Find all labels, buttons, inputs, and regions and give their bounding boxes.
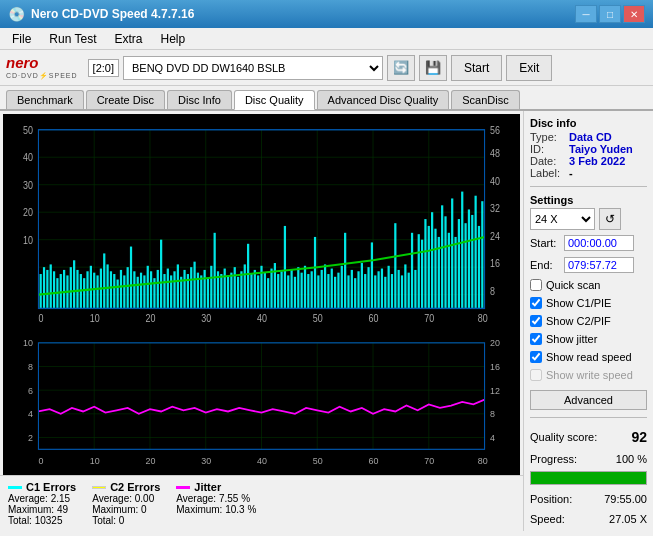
svg-text:8: 8: [28, 362, 33, 372]
disc-type-label: Type:: [530, 131, 565, 143]
start-label: Start:: [530, 237, 560, 249]
show-c2pif-row: Show C2/PIF: [530, 315, 647, 327]
svg-text:30: 30: [23, 179, 33, 191]
window-title: Nero CD-DVD Speed 4.7.7.16: [31, 7, 194, 21]
c2-legend: C2 Errors Average: 0.00 Maximum: 0 Total…: [92, 481, 160, 526]
svg-rect-76: [177, 264, 179, 308]
menu-help[interactable]: Help: [153, 30, 194, 48]
disc-info-title: Disc info: [530, 117, 647, 129]
disc-type-value: Data CD: [569, 131, 612, 143]
svg-rect-110: [290, 270, 292, 308]
show-c2pif-label: Show C2/PIF: [546, 315, 611, 327]
svg-rect-42: [63, 270, 65, 308]
svg-rect-96: [244, 264, 246, 308]
tab-scan-disc[interactable]: ScanDisc: [451, 90, 519, 109]
svg-rect-144: [404, 264, 406, 308]
svg-rect-165: [475, 196, 477, 309]
svg-rect-97: [247, 244, 249, 309]
disc-id-label: ID:: [530, 143, 565, 155]
c1-total-label: Total:: [8, 515, 32, 526]
svg-rect-116: [311, 271, 313, 308]
show-c1pie-checkbox[interactable]: [530, 297, 542, 309]
show-c1pie-label: Show C1/PIE: [546, 297, 611, 309]
svg-text:0: 0: [38, 312, 43, 324]
show-c2pif-checkbox[interactable]: [530, 315, 542, 327]
svg-rect-44: [70, 267, 72, 308]
tab-disc-quality[interactable]: Disc Quality: [234, 90, 315, 110]
tab-disc-info[interactable]: Disc Info: [167, 90, 232, 109]
close-button[interactable]: ✕: [623, 5, 645, 23]
start-button[interactable]: Start: [451, 55, 502, 81]
svg-rect-155: [441, 205, 443, 308]
jitter-chart-svg: 10 8 6 4 2 20 16 12 8 4 0 10 20 30 40: [5, 331, 518, 473]
tab-benchmark[interactable]: Benchmark: [6, 90, 84, 109]
c2-color-swatch: [92, 486, 106, 489]
c2-stats: Average: 0.00 Maximum: 0 Total: 0: [92, 493, 160, 526]
svg-rect-56: [110, 271, 112, 308]
svg-rect-59: [120, 270, 122, 308]
jitter-label: Jitter: [194, 481, 221, 493]
menu-run-test[interactable]: Run Test: [41, 30, 104, 48]
charts-section: 50 40 30 20 10 56 48 40 32 24 16 8 0 10: [0, 111, 523, 531]
svg-rect-98: [250, 274, 252, 308]
svg-rect-125: [341, 266, 343, 309]
svg-rect-117: [314, 237, 316, 308]
svg-rect-87: [214, 233, 216, 309]
svg-rect-92: [230, 273, 232, 309]
svg-rect-84: [204, 270, 206, 308]
c1-legend: C1 Errors Average: 2.15 Maximum: 49 Tota…: [8, 481, 76, 526]
show-read-speed-checkbox[interactable]: [530, 351, 542, 363]
exit-button[interactable]: Exit: [506, 55, 552, 81]
c1-max-value: 49: [57, 504, 68, 515]
svg-rect-133: [367, 267, 369, 308]
svg-rect-115: [307, 274, 309, 308]
svg-rect-159: [454, 237, 456, 308]
show-write-speed-checkbox[interactable]: [530, 369, 542, 381]
minimize-button[interactable]: ─: [575, 5, 597, 23]
svg-rect-106: [277, 274, 279, 308]
svg-rect-167: [481, 201, 483, 308]
c1-color-swatch: [8, 486, 22, 489]
speed-refresh-button[interactable]: ↺: [599, 208, 621, 230]
speed-select[interactable]: 4 X8 X16 X24 X32 X40 X48 XMax: [530, 208, 595, 230]
svg-rect-111: [294, 277, 296, 309]
c2-avg-label: Average:: [92, 493, 132, 504]
svg-rect-39: [53, 271, 55, 308]
svg-rect-153: [434, 229, 436, 309]
svg-rect-120: [324, 264, 326, 308]
maximize-button[interactable]: □: [599, 5, 621, 23]
svg-rect-150: [424, 219, 426, 308]
show-jitter-checkbox[interactable]: [530, 333, 542, 345]
toolbar: nero CD·DVD⚡SPEED [2:0] BENQ DVD DD DW16…: [0, 50, 653, 86]
disc-label-row: Label: -: [530, 167, 647, 179]
menu-bar: File Run Test Extra Help: [0, 28, 653, 50]
svg-rect-156: [444, 216, 446, 308]
svg-text:48: 48: [490, 147, 500, 159]
svg-rect-139: [388, 266, 390, 309]
save-button[interactable]: 💾: [419, 55, 447, 81]
svg-rect-54: [103, 253, 105, 308]
quality-score-row: Quality score: 92: [530, 429, 647, 445]
end-time-input[interactable]: [564, 257, 634, 273]
menu-extra[interactable]: Extra: [106, 30, 150, 48]
svg-rect-63: [133, 271, 135, 308]
svg-rect-41: [60, 274, 62, 308]
tab-create-disc[interactable]: Create Disc: [86, 90, 165, 109]
show-write-speed-label: Show write speed: [546, 369, 633, 381]
svg-text:32: 32: [490, 202, 500, 214]
refresh-drives-button[interactable]: 🔄: [387, 55, 415, 81]
drive-id: [2:0]: [88, 59, 119, 77]
jitter-legend: Jitter Average: 7.55 % Maximum: 10.3 %: [176, 481, 256, 526]
menu-file[interactable]: File: [4, 30, 39, 48]
quick-scan-checkbox[interactable]: [530, 279, 542, 291]
svg-rect-123: [334, 277, 336, 309]
svg-rect-75: [173, 271, 175, 308]
speed-row-info: Speed: 27.05 X: [530, 513, 647, 525]
title-bar: 💿 Nero CD-DVD Speed 4.7.7.16 ─ □ ✕: [0, 0, 653, 28]
svg-text:4: 4: [28, 409, 33, 419]
advanced-button[interactable]: Advanced: [530, 390, 647, 410]
title-bar-controls: ─ □ ✕: [575, 5, 645, 23]
start-time-input[interactable]: [564, 235, 634, 251]
tab-advanced-disc-quality[interactable]: Advanced Disc Quality: [317, 90, 450, 109]
drive-select[interactable]: BENQ DVD DD DW1640 BSLB: [123, 56, 383, 80]
